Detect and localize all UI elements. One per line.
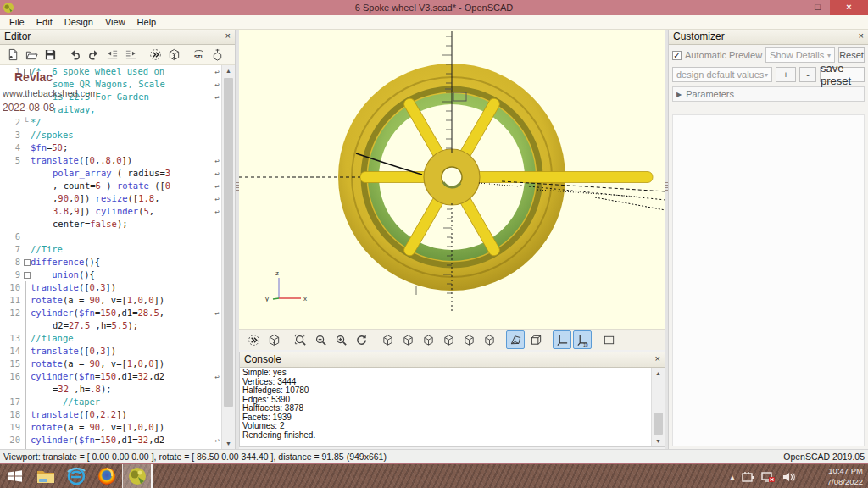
menu-bar: FileEditDesignViewHelp (0, 15, 868, 30)
console-line: Facets: 1939 (242, 413, 651, 423)
parameters-section[interactable]: ▶ Parameters (672, 86, 865, 102)
code-row: , count=6 ) rotate ([0↩ (0, 180, 221, 192)
internet-explorer-icon (66, 466, 86, 486)
console-title: Console (244, 353, 281, 365)
perspective-icon[interactable] (506, 330, 525, 349)
undo-icon[interactable] (66, 47, 83, 64)
internet-explorer-button[interactable] (61, 464, 92, 488)
zoom-out-icon[interactable] (311, 330, 330, 349)
code-editor[interactable]: 1/* 6 spoke wheel used on↩some QR Wagons… (0, 65, 221, 449)
editor-header: Editor × (0, 30, 235, 45)
redo-icon[interactable] (85, 47, 102, 64)
view-top-icon[interactable] (398, 330, 417, 349)
new-file-icon[interactable] (4, 47, 21, 64)
export-stl-icon[interactable]: STL (190, 47, 207, 64)
code-row: 1/* 6 spoke wheel used on↩ (0, 65, 221, 78)
menu-view[interactable]: View (99, 17, 131, 27)
console-scrollbar[interactable]: ▲ ▼ (651, 368, 665, 446)
chevron-down-icon: ▾ (827, 52, 831, 59)
viewport-status: Viewport: translate = [ 0.00 0.00 0.00 ]… (3, 452, 387, 462)
taskbar-clock[interactable]: 10:47 PM 7/08/2022 (827, 465, 863, 487)
hidden-icons-chevron[interactable]: ▲ (729, 474, 736, 481)
code-rows: 1/* 6 spoke wheel used on↩some QR Wagons… (0, 65, 221, 449)
menu-file[interactable]: File (3, 17, 31, 27)
show-scale-markers-icon[interactable]: 10 (573, 330, 592, 349)
editor-scrollbar[interactable]: ▲ ▼ (221, 65, 235, 449)
console-close-icon[interactable]: × (655, 353, 660, 363)
code-row: is 22.5 For Garden↩ (0, 91, 221, 103)
preview-icon[interactable] (244, 330, 263, 349)
version-label: OpenSCAD 2019.05 (783, 452, 865, 462)
add-preset-button[interactable]: + (776, 67, 796, 82)
close-button[interactable]: × (830, 0, 868, 15)
minimize-button[interactable]: – (781, 0, 805, 15)
unindent-icon[interactable] (103, 47, 120, 64)
scroll-down-icon[interactable]: ▼ (652, 435, 665, 446)
windows-logo-icon (7, 468, 24, 485)
scroll-up-icon[interactable]: ▲ (652, 368, 665, 379)
orthogonal-icon[interactable] (526, 330, 545, 349)
view-front-icon[interactable] (459, 330, 478, 349)
code-row: 16cylinder($fn=150,d1=32,d2↩ (0, 370, 221, 383)
maximize-button[interactable]: □ (805, 0, 830, 15)
clock-time: 10:47 PM (827, 465, 863, 476)
print-3d-icon[interactable] (209, 47, 225, 64)
code-row: 2└*/ (0, 116, 221, 129)
code-row: d2=27.5 ,h=5.5); (0, 319, 221, 332)
editor-close-icon[interactable]: × (225, 30, 231, 41)
3d-viewport[interactable]: z x y (239, 30, 665, 329)
battery-icon[interactable] (742, 471, 755, 483)
scrollbar-thumb[interactable] (224, 78, 233, 407)
remove-preset-button[interactable]: - (799, 67, 816, 82)
network-icon[interactable] (761, 471, 776, 483)
view-left-icon[interactable] (439, 330, 458, 349)
scroll-up-icon[interactable]: ▲ (222, 65, 235, 76)
code-row: 12cylinder($fn=150,d1=28.5,↩ (0, 307, 221, 319)
start-button[interactable] (0, 464, 31, 488)
open-file-icon[interactable] (23, 47, 40, 64)
preview-icon[interactable] (147, 47, 164, 64)
scrollbar-thumb[interactable] (654, 413, 663, 435)
code-row: 3.8,9]) cylinder(5,↩ (0, 205, 221, 218)
svg-text:STL: STL (193, 53, 203, 59)
reset-button[interactable]: Reset (838, 47, 865, 63)
show-axes-icon[interactable] (553, 330, 571, 349)
firefox-button[interactable] (92, 464, 122, 488)
expand-triangle-icon: ▶ (676, 91, 682, 98)
zoom-all-icon[interactable] (291, 330, 309, 349)
render-icon[interactable] (165, 47, 182, 64)
openscad-icon (127, 466, 147, 486)
view-all-icon[interactable] (599, 330, 618, 349)
code-row: 11rotate(a = 90, v=[1,0,0]) (0, 294, 221, 307)
render-icon[interactable] (264, 330, 283, 349)
code-row: 17 //taper (0, 396, 221, 408)
automatic-preview-checkbox[interactable]: ✓ (672, 51, 682, 60)
code-row: polar_array ( radius=3↩ (0, 167, 221, 180)
save-preset-button[interactable]: save preset (820, 67, 865, 82)
system-tray: ▲ (729, 464, 795, 488)
code-row: 20cylinder($fn=150,d1=32,d2↩ (0, 434, 221, 446)
parameters-label: Parameters (686, 89, 734, 99)
console-line: Rendering finished. (242, 431, 651, 441)
save-file-icon[interactable] (42, 47, 58, 64)
menu-edit[interactable]: Edit (31, 17, 58, 27)
code-row: 18translate([0,2.2]) (0, 408, 221, 421)
indent-icon[interactable] (122, 47, 139, 64)
menu-help[interactable]: Help (131, 17, 163, 27)
reset-view-icon[interactable] (352, 330, 370, 349)
scroll-down-icon[interactable]: ▼ (222, 438, 235, 449)
menu-design[interactable]: Design (58, 17, 99, 27)
console-output: Simple: yesVertices: 3444Halfedges: 1078… (242, 369, 651, 445)
file-explorer-button[interactable] (31, 464, 61, 488)
view-right-icon[interactable] (378, 330, 397, 349)
speaker-icon[interactable] (782, 471, 795, 483)
view-bottom-icon[interactable] (419, 330, 437, 349)
openscad-taskbar-button[interactable] (122, 464, 153, 488)
view-back-icon[interactable] (480, 330, 498, 349)
zoom-in-icon[interactable] (331, 330, 350, 349)
preset-dropdown[interactable]: design default values▾ (672, 67, 772, 82)
window-title: 6 Spoke wheel V3.scad* - OpenSCAD (0, 3, 868, 13)
customizer-close-icon[interactable]: × (859, 30, 864, 41)
details-dropdown[interactable]: Show Details▾ (765, 47, 835, 63)
code-row: 3//spokes (0, 129, 221, 141)
